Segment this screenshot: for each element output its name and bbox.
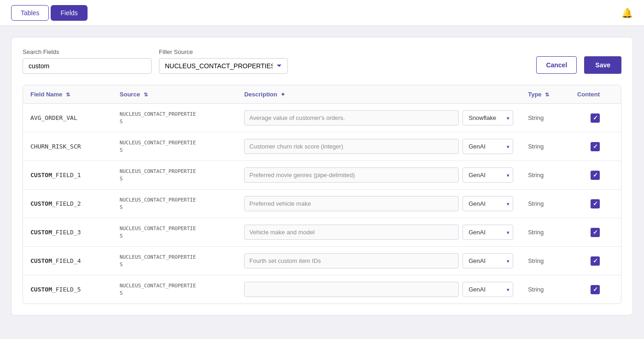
- filter-field-group: Filter Source NUCLEUS_CONTACT_PROPERTIES…: [159, 48, 288, 74]
- field-name-bold: CUSTOM: [30, 200, 52, 207]
- field-name-suffix: _FIELD_3: [52, 229, 81, 236]
- type-sort-icon[interactable]: ⇅: [545, 92, 549, 98]
- table-body: AVG_ORDER_VALNUCLEUS_CONTACT_PROPERTIESS…: [23, 104, 621, 304]
- source-cell: NUCLEUS_CONTACT_PROPERTIES: [112, 161, 237, 190]
- filter-source-select[interactable]: NUCLEUS_CONTACT_PROPERTIES ALL: [159, 58, 288, 74]
- source-line1: NUCLEUS_CONTACT_PROPERTIE: [120, 283, 196, 289]
- table-row: CUSTOM_FIELD_2NUCLEUS_CONTACT_PROPERTIES…: [23, 190, 621, 218]
- type-value: String: [528, 257, 544, 264]
- description-cell: SnowflakeGenAIManualAPI▾: [237, 190, 521, 218]
- type-value: String: [528, 229, 544, 236]
- source-line1: NUCLEUS_CONTACT_PROPERTIE: [120, 254, 196, 260]
- source-cell: NUCLEUS_CONTACT_PROPERTIES: [112, 218, 237, 247]
- table-row: CUSTOM_FIELD_3NUCLEUS_CONTACT_PROPERTIES…: [23, 218, 621, 247]
- field-name-sort-icon[interactable]: ⇅: [66, 92, 70, 98]
- description-input[interactable]: [244, 253, 459, 268]
- cancel-button[interactable]: Cancel: [536, 56, 577, 74]
- type-value: String: [528, 172, 544, 178]
- description-cell: SnowflakeGenAIManualAPI▾: [237, 132, 521, 161]
- search-input[interactable]: [23, 58, 152, 74]
- field-name-bold: CUSTOM: [30, 257, 52, 264]
- field-name-cell: CUSTOM_FIELD_5: [23, 275, 112, 304]
- source-line2: S: [120, 176, 123, 182]
- field-name-cell: CUSTOM_FIELD_1: [23, 161, 112, 190]
- description-input[interactable]: [244, 139, 459, 154]
- source-cell: NUCLEUS_CONTACT_PROPERTIES: [112, 104, 237, 132]
- source-type-select-wrapper: SnowflakeGenAIManualAPI▾: [463, 167, 513, 183]
- field-name-cell: CHURN_RISK_SCR: [23, 132, 112, 161]
- field-name-cell: CUSTOM_FIELD_3: [23, 218, 112, 247]
- fields-table-wrapper: Field Name ⇅ Source ⇅ Description ✦ Ty: [23, 85, 621, 304]
- tab-tables[interactable]: Tables: [11, 5, 49, 21]
- description-cell: SnowflakeGenAIManualAPI▾: [237, 161, 521, 189]
- toolbar: Search Fields Filter Source NUCLEUS_CONT…: [23, 48, 621, 74]
- description-cell: SnowflakeGenAIManualAPI▾: [237, 275, 521, 303]
- source-cell: NUCLEUS_CONTACT_PROPERTIES: [112, 247, 237, 275]
- source-cell: NUCLEUS_CONTACT_PROPERTIES: [112, 275, 237, 304]
- source-line1: NUCLEUS_CONTACT_PROPERTIE: [120, 140, 196, 146]
- content-cell: [570, 161, 621, 190]
- type-value: String: [528, 114, 544, 121]
- type-cell: String: [521, 275, 570, 304]
- content-cell: [570, 190, 621, 218]
- search-label: Search Fields: [23, 48, 152, 55]
- description-cell: SnowflakeGenAIManualAPI▾: [237, 247, 521, 275]
- save-button[interactable]: Save: [584, 56, 621, 74]
- table-row: CUSTOM_FIELD_5NUCLEUS_CONTACT_PROPERTIES…: [23, 275, 621, 304]
- field-name-text: AVG_ORDER_VAL: [30, 114, 77, 121]
- source-type-select[interactable]: SnowflakeGenAIManualAPI: [463, 282, 513, 297]
- col-field-name: Field Name ⇅: [23, 85, 112, 104]
- content-checkbox[interactable]: [591, 171, 600, 180]
- main-card: Search Fields Filter Source NUCLEUS_CONT…: [11, 37, 633, 315]
- content-cell: [570, 218, 621, 247]
- source-type-select-wrapper: SnowflakeGenAIManualAPI▾: [463, 282, 513, 297]
- content-cell: [570, 104, 621, 132]
- source-type-select[interactable]: SnowflakeGenAIManualAPI: [463, 167, 513, 183]
- content-checkbox[interactable]: [591, 142, 600, 151]
- col-content: Content: [570, 85, 621, 104]
- field-name-bold: CUSTOM: [30, 229, 52, 236]
- type-value: String: [528, 143, 544, 150]
- source-type-select[interactable]: SnowflakeGenAIManualAPI: [463, 110, 513, 125]
- source-line2: S: [120, 147, 123, 153]
- content-cell: [570, 132, 621, 161]
- bell-icon[interactable]: 🔔: [621, 7, 633, 18]
- content-checkbox[interactable]: [591, 228, 600, 237]
- description-input[interactable]: [244, 196, 459, 211]
- filter-label: Filter Source: [159, 48, 288, 55]
- source-type-select[interactable]: SnowflakeGenAIManualAPI: [463, 139, 513, 154]
- type-cell: String: [521, 218, 570, 247]
- source-cell: NUCLEUS_CONTACT_PROPERTIES: [112, 190, 237, 218]
- table-row: CUSTOM_FIELD_1NUCLEUS_CONTACT_PROPERTIES…: [23, 161, 621, 190]
- source-sort-icon[interactable]: ⇅: [144, 92, 148, 98]
- source-type-select[interactable]: SnowflakeGenAIManualAPI: [463, 196, 513, 211]
- content-checkbox[interactable]: [591, 285, 600, 294]
- content-checkbox[interactable]: [591, 199, 600, 208]
- field-name-cell: CUSTOM_FIELD_4: [23, 247, 112, 275]
- source-line1: NUCLEUS_CONTACT_PROPERTIE: [120, 111, 196, 117]
- type-cell: String: [521, 104, 570, 132]
- tab-fields[interactable]: Fields: [51, 5, 87, 21]
- type-value: String: [528, 286, 544, 293]
- content-checkbox[interactable]: [591, 113, 600, 123]
- nav-tabs: Tables Fields: [11, 5, 88, 21]
- description-magic-icon: ✦: [281, 91, 285, 98]
- search-field-group: Search Fields: [23, 48, 152, 74]
- table-row: AVG_ORDER_VALNUCLEUS_CONTACT_PROPERTIESS…: [23, 104, 621, 132]
- source-type-select-wrapper: SnowflakeGenAIManualAPI▾: [463, 225, 513, 240]
- source-type-select[interactable]: SnowflakeGenAIManualAPI: [463, 253, 513, 268]
- description-input[interactable]: [244, 225, 459, 240]
- field-name-cell: CUSTOM_FIELD_2: [23, 190, 112, 218]
- source-line2: S: [120, 119, 123, 125]
- filter-select-wrapper: NUCLEUS_CONTACT_PROPERTIES ALL: [159, 58, 288, 74]
- type-cell: String: [521, 161, 570, 190]
- type-cell: String: [521, 247, 570, 275]
- top-nav: Tables Fields 🔔: [0, 0, 644, 26]
- description-input[interactable]: [244, 282, 459, 297]
- source-type-select[interactable]: SnowflakeGenAIManualAPI: [463, 225, 513, 240]
- description-input[interactable]: [244, 167, 459, 183]
- content-checkbox[interactable]: [591, 256, 600, 266]
- description-input[interactable]: [244, 110, 459, 125]
- source-line1: NUCLEUS_CONTACT_PROPERTIE: [120, 197, 196, 203]
- col-description: Description ✦: [237, 85, 521, 104]
